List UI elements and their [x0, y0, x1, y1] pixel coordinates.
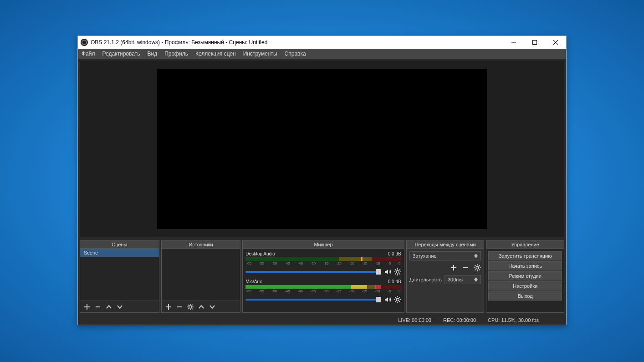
titlebar[interactable]: OBS 21.1.2 (64bit, windows) - Профиль: Б… — [78, 36, 566, 49]
db-scale: -60-55-50-45-40-35-30-25-20-15-10-50 — [245, 261, 401, 265]
scene-down-icon[interactable] — [117, 304, 123, 310]
window-title: OBS 21.1.2 (64bit, windows) - Профиль: Б… — [91, 39, 267, 46]
preview-canvas[interactable] — [157, 69, 487, 229]
gear-icon[interactable] — [394, 268, 401, 275]
menu-edit[interactable]: Редактировать — [102, 51, 140, 57]
volume-slider[interactable] — [245, 271, 381, 273]
svg-point-7 — [476, 266, 479, 269]
svg-point-6 — [396, 298, 399, 301]
volume-slider[interactable] — [245, 299, 381, 301]
duration-value: 300ms — [448, 277, 463, 282]
remove-transition-icon[interactable] — [462, 264, 469, 271]
dock-sources-title: Источники — [162, 240, 240, 249]
dock-controls-title: Управление — [486, 240, 564, 249]
menu-view[interactable]: Вид — [147, 51, 157, 57]
source-up-icon[interactable] — [198, 304, 204, 310]
transition-select[interactable]: Затухание — [409, 251, 481, 260]
audio-meter — [245, 285, 401, 289]
transition-selected: Затухание — [413, 253, 437, 259]
dock-mixer-title: Микшер — [243, 240, 404, 249]
mixer-channel-name: Mic/Aux — [245, 279, 262, 284]
dock-mixer: Микшер Desktop Audio 0.0 dB — [242, 240, 404, 313]
svg-point-5 — [396, 270, 399, 273]
maximize-button[interactable] — [524, 36, 545, 49]
status-bar: LIVE: 00:00:00 REC: 00:00:00 CPU: 11.5%,… — [78, 315, 566, 325]
dock-transitions: Переходы между сценами Затухание — [406, 240, 485, 313]
scenes-toolbar — [80, 301, 159, 312]
status-cpu: CPU: 11.5%, 30.00 fps — [488, 317, 539, 323]
gear-icon[interactable] — [394, 296, 401, 303]
source-settings-icon[interactable] — [187, 304, 194, 310]
mixer-channel: Desktop Audio 0.0 dB -60-55-50 — [243, 249, 404, 276]
duration-label: Длительность — [409, 277, 442, 282]
status-live: LIVE: 00:00:00 — [398, 317, 431, 323]
add-source-icon[interactable] — [165, 304, 172, 310]
start-recording-button[interactable]: Начать запись — [488, 261, 562, 270]
sources-toolbar — [162, 301, 240, 312]
mixer-channel-db: 0.0 dB — [388, 251, 401, 256]
db-scale: -60-55-50-45-40-35-30-25-20-15-10-50 — [245, 289, 401, 293]
dock-transitions-title: Переходы между сценами — [407, 240, 484, 249]
mixer-channel-db: 0.0 dB — [388, 279, 401, 284]
mixer-channel: Mic/Aux 0.0 dB -60-55-50-45-40 — [243, 276, 404, 304]
mixer-channel-name: Desktop Audio — [245, 251, 275, 256]
scene-item[interactable]: Scene — [80, 249, 159, 257]
studio-mode-button[interactable]: Режим студии — [488, 271, 562, 280]
scene-up-icon[interactable] — [106, 304, 112, 310]
app-window: OBS 21.1.2 (64bit, windows) - Профиль: Б… — [77, 36, 567, 325]
settings-button[interactable]: Настройки — [488, 281, 562, 291]
exit-button[interactable]: Выход — [488, 291, 562, 301]
audio-meter — [245, 257, 401, 261]
menu-file[interactable]: Файл — [82, 51, 95, 57]
dock-controls: Управление Запустить трансляцию Начать з… — [486, 240, 564, 313]
svg-point-4 — [189, 306, 192, 308]
remove-scene-icon[interactable] — [95, 304, 101, 310]
add-scene-icon[interactable] — [84, 304, 90, 310]
status-rec: REC: 00:00:00 — [443, 317, 476, 323]
add-transition-icon[interactable] — [450, 264, 457, 271]
speaker-icon[interactable] — [384, 268, 391, 275]
svg-rect-1 — [533, 41, 537, 45]
dock-scenes: Сцены Scene — [80, 240, 159, 313]
menu-scene-collection[interactable]: Коллекция сцен — [195, 51, 236, 57]
spinner-icon — [474, 277, 478, 282]
dock-scenes-title: Сцены — [80, 240, 159, 249]
source-down-icon[interactable] — [209, 304, 215, 310]
menu-profile[interactable]: Профиль — [164, 51, 188, 57]
start-streaming-button[interactable]: Запустить трансляцию — [488, 251, 562, 260]
app-icon — [81, 39, 88, 46]
menubar: Файл Редактировать Вид Профиль Коллекция… — [78, 49, 566, 59]
speaker-icon[interactable] — [384, 296, 391, 303]
dock-sources: Источники — [161, 240, 241, 313]
minimize-button[interactable] — [503, 36, 524, 49]
dropdown-spinner-icon — [474, 254, 478, 258]
transition-settings-icon[interactable] — [474, 264, 481, 271]
remove-source-icon[interactable] — [176, 304, 183, 310]
close-button[interactable] — [545, 36, 566, 49]
menu-tools[interactable]: Инструменты — [243, 51, 277, 57]
preview-area[interactable] — [80, 61, 564, 237]
duration-spinbox[interactable]: 300ms — [445, 275, 481, 284]
menu-help[interactable]: Справка — [285, 51, 306, 57]
